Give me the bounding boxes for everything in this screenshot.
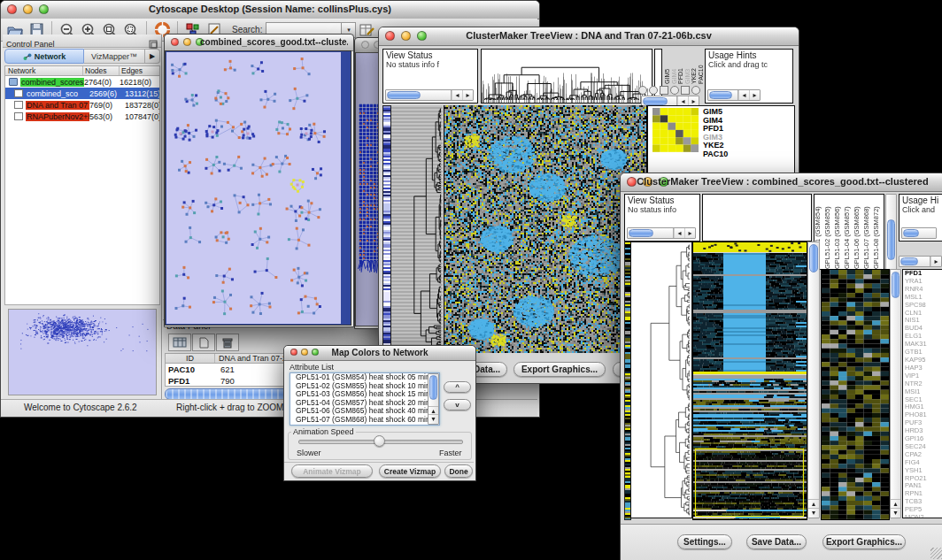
column-header-edges[interactable]: Edges xyxy=(120,66,159,75)
scroll-left-arrow[interactable] xyxy=(452,90,462,100)
scroll-left-arrow[interactable] xyxy=(738,90,749,100)
treeview2-labels-vscrollbar[interactable] xyxy=(885,194,897,270)
gene-label[interactable]: NIS1 xyxy=(903,317,942,325)
gene-label[interactable]: PFD1 xyxy=(903,270,942,278)
attribute-item[interactable]: GPL51-06 (GSM865) heat shock 40 min xyxy=(293,407,439,416)
gene-label[interactable]: MAK31 xyxy=(903,341,942,349)
treeview1-button[interactable]: Export Graphics... xyxy=(513,362,606,377)
gene-label[interactable]: MSL1 xyxy=(903,294,942,302)
scrollbar-thumb[interactable] xyxy=(643,97,668,105)
gene-label[interactable]: YRA1 xyxy=(903,278,942,286)
scroll-right-arrow[interactable] xyxy=(749,90,760,100)
usage-hints-hscrollbar[interactable] xyxy=(707,89,761,101)
attribute-item[interactable]: GPL51-02 (GSM855) heat shock 10 min xyxy=(293,382,439,391)
gene-label[interactable]: VIP1 xyxy=(903,372,942,380)
attribute-item[interactable]: GPL51-03 (GSM856) heat shock 15 min xyxy=(293,390,439,399)
slider-thumb[interactable] xyxy=(374,435,385,447)
resize-grip[interactable] xyxy=(930,548,942,559)
treeview2-genelist-hscrollbar[interactable] xyxy=(899,256,942,267)
dialog-titlebar[interactable]: Map Colors to Network xyxy=(284,346,475,361)
scrollbar-thumb[interactable] xyxy=(629,229,653,237)
main-titlebar[interactable]: Cytoscape Desktop (Session Name: collins… xyxy=(1,1,539,19)
delete-attribute-icon[interactable] xyxy=(216,334,239,351)
gene-label[interactable]: PAC10 xyxy=(703,150,791,159)
scrollbar-thumb[interactable] xyxy=(903,229,919,237)
treeview1-column-dendrogram[interactable] xyxy=(481,49,652,104)
gene-label[interactable]: PHO81 xyxy=(903,411,942,419)
gene-label[interactable]: BUD4 xyxy=(903,325,942,333)
attribute-list-vscrollbar[interactable] xyxy=(428,373,439,425)
attribute-item[interactable]: GPL51-01 (GSM854) heat shock 05 min xyxy=(293,373,439,382)
close-button[interactable] xyxy=(171,38,179,46)
gene-label[interactable]: RPN1 xyxy=(903,490,942,498)
gene-label[interactable]: HRD3 xyxy=(903,427,942,435)
attribute-item[interactable]: GPL51-07 (GSM868) heat shock 60 min xyxy=(293,416,439,425)
scroll-down-arrow[interactable] xyxy=(891,508,900,518)
column-header-network[interactable]: Network xyxy=(5,66,83,75)
network-list-item[interactable]: RNAPuberNov2+I 563(0) 107847(0) xyxy=(5,111,159,122)
treeview2-row-dendrogram[interactable] xyxy=(630,242,692,518)
network-list-item[interactable]: DNA and Tran 07 769(0) 183728(0) xyxy=(5,99,159,111)
data-column-id[interactable]: ID xyxy=(166,354,215,363)
gene-label[interactable]: SEC1 xyxy=(903,396,942,404)
tree-tool-icon[interactable] xyxy=(649,86,658,95)
scroll-left-arrow[interactable] xyxy=(674,228,684,238)
treeview2-button[interactable]: Export Graphics... xyxy=(822,534,906,549)
gene-label[interactable]: YSH1 xyxy=(903,467,942,475)
tree-tool-icon[interactable] xyxy=(691,86,700,95)
attribute-item[interactable]: GPL51-04 (GSM857) heat shock 20 min xyxy=(293,399,439,408)
tab-vizmapper[interactable]: VizMapper™ xyxy=(84,49,145,64)
close-button[interactable] xyxy=(361,41,369,49)
gene-label[interactable]: PAN1 xyxy=(903,482,942,490)
treeview2-global-vscrollbar[interactable] xyxy=(807,242,820,518)
gene-label[interactable]: TCB3 xyxy=(903,498,942,506)
gene-label[interactable]: KAP95 xyxy=(903,357,942,364)
gene-label[interactable]: RPO21 xyxy=(903,475,942,483)
gene-label[interactable]: PEP5 xyxy=(903,506,942,514)
gene-label[interactable]: RNR4 xyxy=(903,286,942,294)
tree-tool-icon[interactable] xyxy=(660,86,668,95)
treeview2-detail-heatmap[interactable] xyxy=(821,269,890,520)
gene-label[interactable]: SEC24 xyxy=(903,443,942,451)
gene-label[interactable]: HMG1 xyxy=(903,403,942,411)
treeview2-detail-vscrollbar[interactable] xyxy=(890,269,901,518)
tree-tool-icon[interactable] xyxy=(681,86,690,95)
treeview2-button[interactable]: Save Data... xyxy=(746,534,807,549)
gene-label[interactable]: NTR2 xyxy=(903,380,942,388)
tab-overflow-arrow[interactable]: ▶ xyxy=(145,49,160,64)
gene-label[interactable]: MON2 xyxy=(903,514,942,518)
column-header-nodes[interactable]: Nodes xyxy=(83,66,120,75)
tree-tool-icon[interactable] xyxy=(670,86,679,95)
treeview2-column-dendrogram[interactable] xyxy=(702,194,812,242)
gene-label[interactable]: FIG4 xyxy=(903,459,942,467)
attribute-select-icon[interactable] xyxy=(168,334,191,351)
create-vizmap-button[interactable]: Create Vizmap xyxy=(379,464,441,478)
gene-label[interactable]: MSI1 xyxy=(903,388,942,396)
scroll-right-arrow[interactable] xyxy=(462,90,473,100)
gene-label[interactable]: CLN1 xyxy=(903,310,942,318)
scroll-right-arrow[interactable] xyxy=(930,257,941,266)
usage-hints-hscrollbar[interactable] xyxy=(901,227,937,239)
gene-label[interactable]: PUF3 xyxy=(903,419,942,427)
treeview1-correlation-matrix[interactable] xyxy=(652,108,699,152)
animate-vizmap-button[interactable]: Animate Vizmap xyxy=(291,464,373,478)
network-overview-thumbnail[interactable] xyxy=(8,309,157,395)
scrollbar-thumb[interactable] xyxy=(387,91,421,99)
network1-titlebar[interactable]: combined_scores_good.txt--cluste... xyxy=(165,35,353,51)
attribute-editor-icon[interactable] xyxy=(358,21,375,39)
scrollbar-thumb[interactable] xyxy=(709,91,732,99)
scrollbar-thumb[interactable] xyxy=(900,257,918,265)
treeview2-titlebar[interactable]: ClusterMaker TreeView : combined_scores_… xyxy=(621,173,942,192)
scrollbar-thumb[interactable] xyxy=(429,375,437,400)
network-list-item[interactable]: combined_scores 2764(0) 16218(0) xyxy=(5,76,159,88)
gene-label[interactable]: CPA2 xyxy=(903,451,942,459)
new-attribute-icon[interactable] xyxy=(192,334,215,351)
gene-label[interactable]: ELG1 xyxy=(903,333,942,341)
minimize-button[interactable] xyxy=(183,38,191,46)
gene-label[interactable]: SPC98 xyxy=(903,302,942,310)
scrollbar-thumb[interactable] xyxy=(887,219,895,260)
move-down-button[interactable]: v xyxy=(444,399,471,410)
network1-view[interactable] xyxy=(165,50,351,326)
gene-label[interactable]: HAP3 xyxy=(903,364,942,372)
treeview2-button[interactable]: Settings... xyxy=(677,534,732,549)
